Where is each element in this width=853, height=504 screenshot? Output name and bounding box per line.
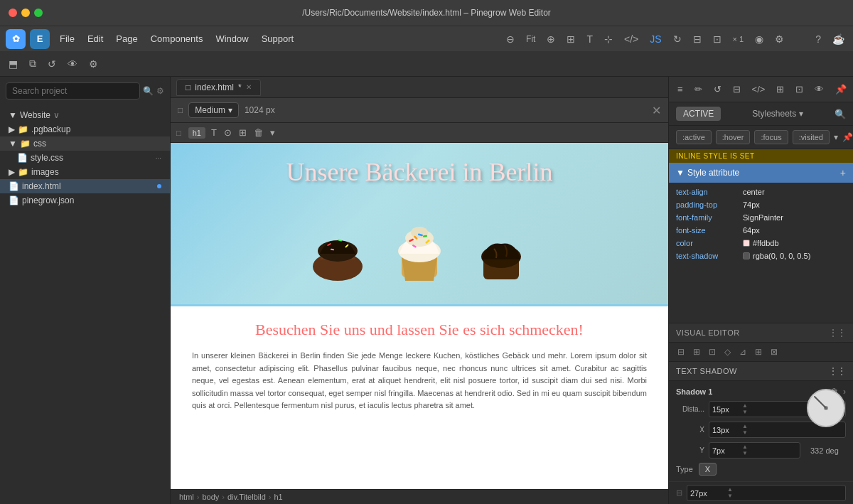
close-preview-icon[interactable]: ✕ xyxy=(652,104,661,117)
pseudo-visited[interactable]: :visited xyxy=(793,130,830,144)
settings2-icon[interactable]: ⚙ xyxy=(86,57,101,71)
props-icon[interactable]: ≡ xyxy=(675,82,686,96)
menu-support[interactable]: Support xyxy=(256,31,300,47)
type-x-button[interactable]: X xyxy=(699,463,717,476)
menu-window[interactable]: Window xyxy=(210,31,254,47)
grid2-icon[interactable]: ⊞ xyxy=(237,126,248,139)
align-icon[interactable]: ⊟ xyxy=(730,82,744,96)
export-icon[interactable]: ⊞ xyxy=(773,82,787,96)
menu-page[interactable]: Page xyxy=(110,31,143,47)
plus-icon[interactable]: ⊕ xyxy=(544,31,558,48)
pseudo-active[interactable]: :active xyxy=(676,130,712,144)
y-input[interactable] xyxy=(712,446,741,455)
tab-close-icon[interactable]: ✕ xyxy=(246,83,252,91)
eye2-icon[interactable]: 👁 xyxy=(65,57,80,71)
breadcrumb-div[interactable]: div.Titelbild xyxy=(227,493,266,501)
tree-indexhtml[interactable]: 📄 index.html xyxy=(0,179,170,193)
eye-icon[interactable]: ◉ xyxy=(752,31,766,48)
fit-icon[interactable]: ⊖ xyxy=(503,31,517,48)
prop-padding-top[interactable]: padding-top 74px xyxy=(669,198,853,211)
prop-color[interactable]: color #ffdbdb xyxy=(669,237,853,250)
dial-widget[interactable] xyxy=(805,387,847,429)
pen-icon[interactable]: ✏ xyxy=(692,82,705,96)
y-up-icon[interactable]: ▲ xyxy=(742,444,748,450)
blur-input[interactable] xyxy=(690,489,726,498)
add-prop-icon[interactable]: + xyxy=(840,167,846,178)
pseudo-focus[interactable]: :focus xyxy=(754,130,788,144)
ve-tool-1[interactable]: ⊟ xyxy=(675,345,687,358)
pin-icon[interactable]: 📌 xyxy=(832,82,849,96)
grid-icon[interactable]: ⊞ xyxy=(564,31,578,48)
breadcrumb-body[interactable]: body xyxy=(202,493,219,501)
y-input-wrap[interactable]: ▲ ▼ xyxy=(709,442,800,459)
blur-up-icon[interactable]: ▲ xyxy=(727,487,733,493)
cursor-icon[interactable]: ⊹ xyxy=(601,31,616,48)
undo-icon[interactable]: ↺ xyxy=(45,57,59,71)
minimize-button[interactable] xyxy=(21,9,30,17)
tree-css[interactable]: ▼ 📁 css xyxy=(0,136,170,151)
menu-components[interactable]: Components xyxy=(145,31,209,47)
layers-icon[interactable]: ⊟ xyxy=(690,31,704,48)
tree-images[interactable]: ▶ 📁 images xyxy=(0,165,170,179)
pseudo-hover[interactable]: :hover xyxy=(716,130,751,144)
prop-text-align[interactable]: text-align center xyxy=(669,186,853,198)
device-selector[interactable]: Medium ▾ xyxy=(188,102,239,118)
code2-icon[interactable]: </> xyxy=(749,82,768,96)
pin2-icon[interactable]: 📌 xyxy=(842,132,853,142)
tab-indexhtml[interactable]: □ index.html * ✕ xyxy=(176,79,261,96)
menu-edit[interactable]: Edit xyxy=(82,31,109,47)
maximize-button[interactable] xyxy=(34,9,43,17)
breadcrumb-html[interactable]: html xyxy=(179,493,194,501)
dista-down-icon[interactable]: ▼ xyxy=(742,409,748,415)
active-badge[interactable]: ACTIVE xyxy=(676,107,721,121)
ve-chevron-icon[interactable]: ⋮⋮ xyxy=(829,328,846,338)
text-tool-icon[interactable]: T xyxy=(210,126,218,139)
stylesheets-button[interactable]: Stylesheets ▾ xyxy=(752,109,803,119)
gear-icon[interactable]: ⚙ xyxy=(772,31,787,48)
code-icon[interactable]: </> xyxy=(621,31,641,48)
ve-tool-3[interactable]: ⊡ xyxy=(706,345,719,358)
prop-font-size[interactable]: font-size 64px xyxy=(669,224,853,237)
style-attr-header[interactable]: ▼ Style attribute + xyxy=(669,163,853,183)
tree-pinegrow[interactable]: 📄 pinegrow.json xyxy=(0,193,170,208)
fit-label[interactable]: Fit xyxy=(523,31,538,47)
prop-text-shadow[interactable]: text-shadow rgba(0, 0, 0, 0.5) xyxy=(669,250,853,262)
prop-font-family[interactable]: font-family SignPainter xyxy=(669,211,853,224)
breadcrumb-h1[interactable]: h1 xyxy=(274,493,282,501)
y-down-icon[interactable]: ▼ xyxy=(742,451,748,456)
x-down-icon[interactable]: ▼ xyxy=(742,430,748,436)
sliders-icon[interactable]: ⚙ xyxy=(156,86,164,96)
monitor-icon[interactable]: ⊡ xyxy=(710,31,724,48)
blur-down-icon[interactable]: ▼ xyxy=(727,493,733,499)
tree-root[interactable]: ▼ Website ∨ xyxy=(0,108,170,122)
blur-input-wrap[interactable]: ▲ ▼ xyxy=(687,485,846,501)
trash-icon[interactable]: 🗑 xyxy=(252,126,264,139)
more-icon[interactable]: ⊡ xyxy=(793,82,806,96)
refresh-icon[interactable]: ↻ xyxy=(670,31,685,48)
chevron-h1-icon[interactable]: ▾ xyxy=(269,126,277,139)
ve-tool-2[interactable]: ⊞ xyxy=(690,345,703,358)
help-icon[interactable]: ? xyxy=(812,31,824,48)
search-styles-icon[interactable]: 🔍 xyxy=(835,109,846,119)
x-up-icon[interactable]: ▲ xyxy=(742,424,748,429)
ve-tool-6[interactable]: ⊞ xyxy=(752,345,765,358)
ve-tool-4[interactable]: ◇ xyxy=(721,345,734,358)
import-icon[interactable]: ⬒ xyxy=(6,57,21,71)
dista-up-icon[interactable]: ▲ xyxy=(742,403,748,409)
text-icon[interactable]: T xyxy=(584,31,596,48)
coffee-icon[interactable]: ☕ xyxy=(830,31,847,48)
ts-chevron2-icon[interactable]: ⋮⋮ xyxy=(829,366,846,376)
tree-stylecss[interactable]: 📄 style.css ··· xyxy=(0,151,170,165)
eye3-icon[interactable]: 👁 xyxy=(812,82,827,96)
target-icon[interactable]: ⊙ xyxy=(222,126,233,139)
copy-icon[interactable]: ⧉ xyxy=(26,56,39,71)
close-button[interactable] xyxy=(9,9,17,17)
dista-input[interactable] xyxy=(712,405,741,414)
menu-file[interactable]: File xyxy=(54,31,80,47)
ve-tool-5[interactable]: ⊿ xyxy=(736,345,749,358)
pseudo-more-icon[interactable]: ▾ xyxy=(834,132,838,142)
x-input[interactable] xyxy=(712,426,741,434)
history-icon[interactable]: ↺ xyxy=(711,82,724,96)
search-input[interactable] xyxy=(6,82,140,100)
js-icon[interactable]: JS xyxy=(647,31,664,48)
